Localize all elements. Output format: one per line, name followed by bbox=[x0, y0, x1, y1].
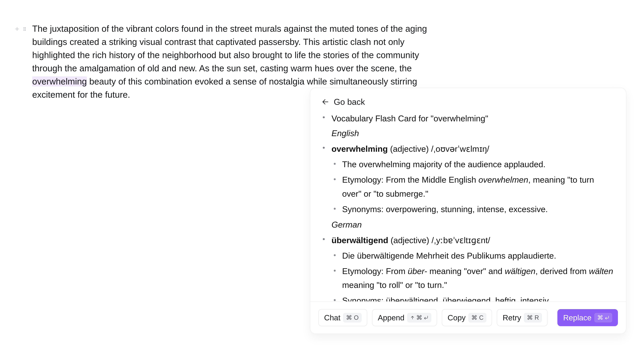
retry-button[interactable]: Retry ⌘ R bbox=[497, 309, 548, 326]
ety-de-post: meaning "to roll" or "to turn." bbox=[342, 280, 447, 290]
language-english: English bbox=[332, 126, 614, 140]
append-button[interactable]: Append ⌘ bbox=[372, 309, 437, 326]
word-en: overwhelming bbox=[332, 144, 388, 153]
ipa-en: /ˌoʊvərˈwɛlmɪŋ/ bbox=[431, 144, 489, 153]
copy-shortcut: ⌘ C bbox=[468, 313, 486, 322]
ai-popover: Go back Vocabulary Flash Card for "overw… bbox=[310, 88, 626, 334]
ety-de-it1: über- bbox=[408, 267, 427, 276]
svg-point-4 bbox=[24, 28, 24, 29]
flashcard-title: Vocabulary Flash Card for "overwhelming" bbox=[332, 114, 488, 123]
replace-button-label: Replace bbox=[563, 313, 592, 322]
replace-button[interactable]: Replace ⌘ bbox=[558, 309, 618, 326]
highlighted-word[interactable]: overwhelming bbox=[32, 76, 87, 86]
ety-de-it2: wältigen bbox=[505, 267, 536, 276]
flashcard-title-item: Vocabulary Flash Card for "overwhelming"… bbox=[323, 111, 614, 140]
add-block-icon[interactable] bbox=[14, 26, 20, 32]
ety-de-mid2: , derived from bbox=[536, 267, 589, 276]
synonyms-en: Synonyms: overpowering, stunning, intens… bbox=[332, 202, 614, 216]
svg-point-3 bbox=[25, 27, 26, 28]
ety-de-it3: wälten bbox=[589, 267, 613, 276]
svg-point-6 bbox=[24, 30, 24, 31]
ety-en-it: overwhelmen bbox=[478, 175, 528, 184]
pos-de: (adjective) bbox=[388, 236, 432, 245]
svg-point-5 bbox=[25, 28, 26, 29]
synonyms-de: Synonyms: überwältigend, überwiegend, he… bbox=[332, 294, 614, 301]
example-de: Die überwältigende Mehrheit des Publikum… bbox=[332, 249, 614, 263]
example-en: The overwhelming majority of the audienc… bbox=[332, 157, 614, 171]
arrow-left-icon[interactable] bbox=[322, 98, 329, 106]
retry-shortcut: ⌘ R bbox=[524, 313, 542, 322]
drag-handle-icon[interactable] bbox=[22, 26, 27, 32]
language-german: German bbox=[332, 218, 614, 232]
append-shortcut: ⌘ bbox=[407, 313, 431, 322]
svg-point-7 bbox=[25, 30, 26, 31]
popover-body: Vocabulary Flash Card for "overwhelming"… bbox=[310, 111, 626, 301]
pos-en: (adjective) bbox=[388, 144, 431, 153]
copy-button[interactable]: Copy ⌘ C bbox=[442, 309, 492, 326]
block-gutter-controls bbox=[14, 26, 27, 32]
ipa-de: /ˌyːbɐˈvɛltɪɡɛnt/ bbox=[432, 236, 490, 245]
chat-button-label: Chat bbox=[324, 313, 340, 322]
ety-de-mid1: meaning "over" and bbox=[427, 267, 505, 276]
append-button-label: Append bbox=[378, 313, 404, 322]
etymology-de: Etymology: From über- meaning "over" and… bbox=[332, 264, 614, 292]
word-de: überwältigend bbox=[332, 236, 388, 245]
entry-english: overwhelming (adjective) /ˌoʊvərˈwɛlmɪŋ/… bbox=[323, 142, 614, 232]
popover-footer: Chat ⌘ O Append ⌘ Copy ⌘ C Retry ⌘ R R bbox=[310, 301, 626, 334]
svg-point-2 bbox=[24, 27, 24, 28]
copy-button-label: Copy bbox=[448, 313, 466, 322]
paragraph-text-before: The juxtaposition of the vibrant colors … bbox=[32, 24, 427, 73]
retry-button-label: Retry bbox=[503, 313, 521, 322]
chat-button[interactable]: Chat ⌘ O bbox=[318, 309, 367, 326]
chat-shortcut: ⌘ O bbox=[343, 313, 361, 322]
popover-header: Go back bbox=[310, 88, 626, 111]
entry-german: überwältigend (adjective) /ˌyːbɐˈvɛltɪɡɛ… bbox=[323, 233, 614, 302]
ety-en-pre: Etymology: From the Middle English bbox=[342, 175, 478, 184]
ety-de-pre: Etymology: From bbox=[342, 267, 408, 276]
etymology-en: Etymology: From the Middle English overw… bbox=[332, 173, 614, 201]
replace-shortcut: ⌘ bbox=[594, 313, 612, 322]
go-back-label[interactable]: Go back bbox=[334, 97, 365, 107]
